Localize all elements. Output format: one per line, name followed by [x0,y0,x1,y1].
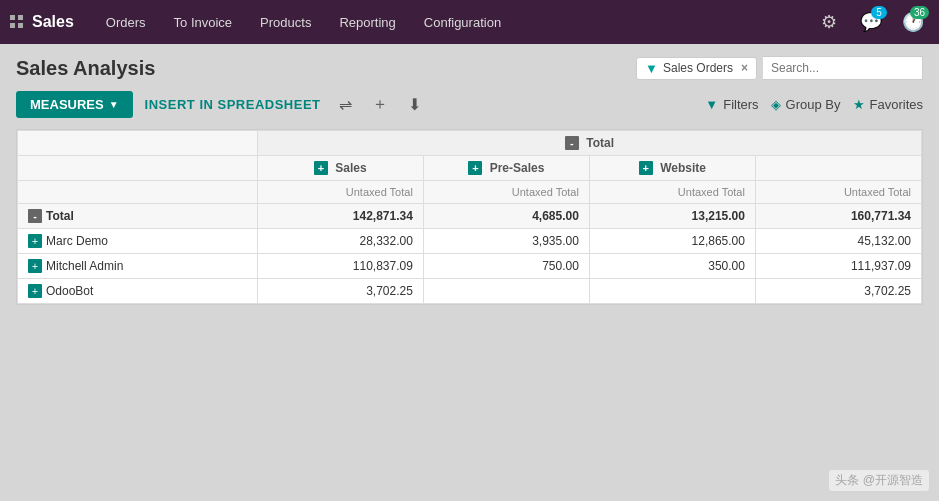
search-tag-close[interactable]: × [741,61,748,75]
row-expand-icon-1[interactable]: + [28,234,42,248]
th-website-label: Website [660,161,706,175]
activity-icon-btn[interactable]: 🕐 36 [897,6,929,38]
group-by-button[interactable]: ◈ Group By [771,97,841,112]
th-empty [18,131,258,156]
th-empty-2 [18,156,258,181]
table-cell-2-2: 350.00 [589,254,755,279]
table-cell-1-0: 28,332.00 [257,229,423,254]
page-title: Sales Analysis [16,57,155,80]
table-cell-0-1: 4,685.00 [423,204,589,229]
table-row-label-0: -Total [18,204,258,229]
table-cell-0-0: 142,871.34 [257,204,423,229]
activity-badge: 36 [910,6,929,19]
total-header-label: Total [586,136,614,150]
table-cell-3-0: 3,702.25 [257,279,423,304]
navbar-item-products[interactable]: Products [248,9,323,36]
table-row-label-1: +Marc Demo [18,229,258,254]
search-tag-label: Sales Orders [663,61,733,75]
measures-arrow-icon: ▼ [109,99,119,110]
search-area: ▼ Sales Orders × [636,56,923,80]
star-icon: ★ [853,97,865,112]
grid-icon [10,15,24,29]
th-presales: + Pre-Sales [423,156,589,181]
navbar-menu: Orders To Invoice Products Reporting Con… [94,9,813,36]
filters-label: Filters [723,97,758,112]
settings-cols-icon[interactable]: ⇌ [333,91,358,118]
row-collapse-icon-0[interactable]: - [28,209,42,223]
table-cell-3-1 [423,279,589,304]
group-by-icon: ◈ [771,97,781,112]
table-cell-1-1: 3,935.00 [423,229,589,254]
add-row-icon[interactable]: ＋ [366,90,394,119]
download-icon[interactable]: ⬇ [402,91,427,118]
navbar-right: ⚙ 💬 5 🕐 36 [813,6,929,38]
table-cell-3-2 [589,279,755,304]
table-cell-1-3: 45,132.00 [755,229,921,254]
total-collapse-icon[interactable]: - [565,136,579,150]
table-row-label-2: +Mitchell Admin [18,254,258,279]
th-total-col [755,156,921,181]
navbar-item-configuration[interactable]: Configuration [412,9,513,36]
filter-tag-icon: ▼ [645,61,658,76]
table-cell-2-0: 110,837.09 [257,254,423,279]
table-row-label-3: +OdooBot [18,279,258,304]
website-expand-icon[interactable]: + [639,161,653,175]
th-untaxed-4: Untaxed Total [755,181,921,204]
gear-icon: ⚙ [821,11,837,33]
measures-button[interactable]: MEASURES ▼ [16,91,133,118]
toolbar-left: MEASURES ▼ INSERT IN SPREADSHEET ⇌ ＋ ⬇ [16,90,427,119]
favorites-label: Favorites [870,97,923,112]
favorites-button[interactable]: ★ Favorites [853,97,923,112]
insert-spreadsheet-button[interactable]: INSERT IN SPREADSHEET [141,91,325,118]
watermark: 头条 @开源智造 [829,470,929,491]
group-by-label: Group By [786,97,841,112]
measures-label: MEASURES [30,97,104,112]
search-tag-sales-orders[interactable]: ▼ Sales Orders × [636,57,757,80]
settings-icon-btn[interactable]: ⚙ [813,6,845,38]
th-untaxed-3: Untaxed Total [589,181,755,204]
content-area: Sales Analysis ▼ Sales Orders × MEASURES… [0,44,939,317]
th-empty-3 [18,181,258,204]
navbar-item-orders[interactable]: Orders [94,9,158,36]
th-untaxed-2: Untaxed Total [423,181,589,204]
search-input[interactable] [763,56,923,80]
table-cell-0-2: 13,215.00 [589,204,755,229]
table-cell-2-1: 750.00 [423,254,589,279]
sales-expand-icon[interactable]: + [314,161,328,175]
toolbar-right: ▼ Filters ◈ Group By ★ Favorites [705,97,923,112]
table-cell-1-2: 12,865.00 [589,229,755,254]
pivot-table: - Total + Sales + Pre-Sales + [17,130,922,304]
navbar-item-reporting[interactable]: Reporting [327,9,407,36]
filters-button[interactable]: ▼ Filters [705,97,758,112]
brand-label: Sales [32,13,74,31]
th-sales: + Sales [257,156,423,181]
presales-expand-icon[interactable]: + [468,161,482,175]
th-untaxed-1: Untaxed Total [257,181,423,204]
pivot-table-wrapper: - Total + Sales + Pre-Sales + [16,129,923,305]
filter-icon: ▼ [705,97,718,112]
table-cell-0-3: 160,771.34 [755,204,921,229]
th-website: + Website [589,156,755,181]
page-title-row: Sales Analysis ▼ Sales Orders × [16,56,923,80]
messages-badge: 5 [871,6,887,19]
messages-icon-btn[interactable]: 💬 5 [855,6,887,38]
row-expand-icon-3[interactable]: + [28,284,42,298]
th-presales-label: Pre-Sales [490,161,545,175]
brand[interactable]: Sales [10,13,74,31]
th-total-header: - Total [257,131,921,156]
table-cell-3-3: 3,702.25 [755,279,921,304]
toolbar: MEASURES ▼ INSERT IN SPREADSHEET ⇌ ＋ ⬇ ▼… [16,90,923,119]
th-sales-label: Sales [335,161,366,175]
row-expand-icon-2[interactable]: + [28,259,42,273]
table-cell-2-3: 111,937.09 [755,254,921,279]
navbar: Sales Orders To Invoice Products Reporti… [0,0,939,44]
navbar-item-to-invoice[interactable]: To Invoice [162,9,245,36]
